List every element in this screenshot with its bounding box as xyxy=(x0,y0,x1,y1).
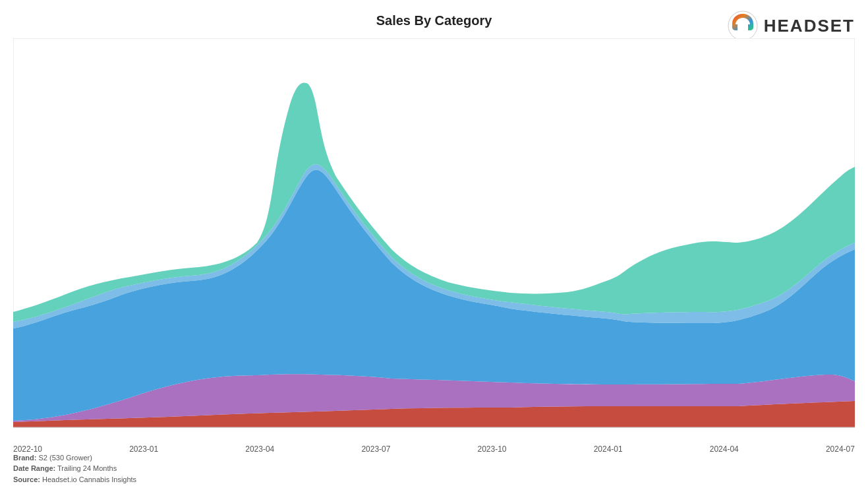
chart-container: Sales By Category HEADSET Beverage xyxy=(0,0,868,490)
footer-brand-value: S2 (530 Grower) xyxy=(39,454,92,462)
x-label-4: 2023-10 xyxy=(478,444,507,454)
logo: HEADSET xyxy=(727,10,855,42)
x-label-5: 2024-01 xyxy=(594,444,623,454)
x-axis-labels: 2022-10 2023-01 2023-04 2023-07 2023-10 … xyxy=(13,444,855,454)
footer-brand-label: Brand: xyxy=(13,454,36,462)
footer-date-range-label: Date Range: xyxy=(13,464,55,472)
footer-brand: Brand: S2 (530 Grower) xyxy=(13,452,136,464)
x-label-2: 2023-04 xyxy=(245,444,274,454)
footer-source-label: Source: xyxy=(13,475,40,483)
chart-svg xyxy=(13,38,855,441)
footer-source: Source: Headset.io Cannabis Insights xyxy=(13,474,136,485)
x-label-7: 2024-07 xyxy=(826,444,855,454)
footer-info: Brand: S2 (530 Grower) Date Range: Trail… xyxy=(13,452,136,485)
logo-text: HEADSET xyxy=(764,16,855,36)
footer-date-range: Date Range: Trailing 24 Months xyxy=(13,463,136,474)
footer-date-range-value: Trailing 24 Months xyxy=(57,464,117,472)
x-label-6: 2024-04 xyxy=(710,444,739,454)
headset-logo-icon xyxy=(727,10,759,42)
footer-source-value: Headset.io Cannabis Insights xyxy=(42,475,136,483)
x-label-3: 2023-07 xyxy=(361,444,390,454)
